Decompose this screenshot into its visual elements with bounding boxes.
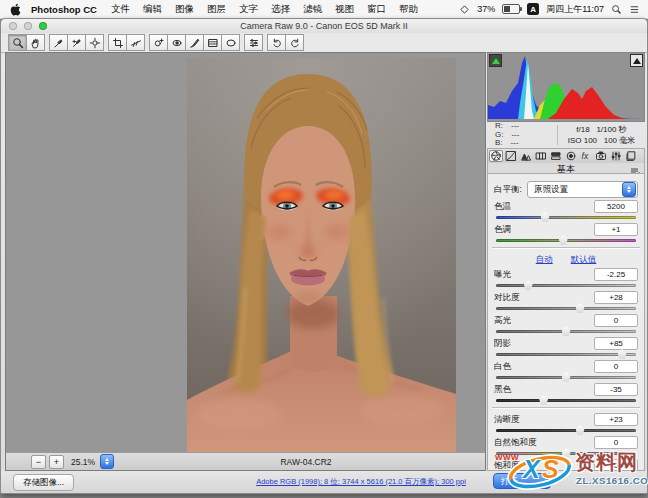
save-image-button[interactable]: 存储图像... bbox=[13, 474, 74, 491]
white-balance-select[interactable]: 原照设置 bbox=[527, 181, 638, 198]
slider-label-row: 白色0 bbox=[494, 360, 638, 373]
menubar-item[interactable]: 文字 bbox=[239, 3, 258, 16]
menubar-item[interactable]: 窗口 bbox=[367, 3, 386, 16]
menubar-item[interactable]: 图层 bbox=[207, 3, 226, 16]
preferences-tool[interactable] bbox=[244, 34, 263, 51]
slider-value-field[interactable]: -35 bbox=[594, 383, 638, 396]
input-method-icon[interactable]: A bbox=[527, 3, 539, 15]
svg-text:fx: fx bbox=[582, 151, 589, 161]
slider-label: 色调 bbox=[494, 224, 511, 236]
menubar-item[interactable]: 选择 bbox=[271, 3, 290, 16]
histogram[interactable] bbox=[487, 52, 645, 122]
slider-value-field[interactable]: +23 bbox=[594, 413, 638, 426]
slider-6: 白色0 bbox=[494, 360, 638, 379]
menubar-item[interactable]: 图像 bbox=[175, 3, 194, 16]
color-sampler-tool[interactable] bbox=[67, 34, 86, 51]
slider-knob[interactable] bbox=[541, 212, 550, 222]
rotate-right-tool[interactable] bbox=[285, 34, 304, 51]
default-link[interactable]: 默认值 bbox=[571, 254, 597, 266]
zoom-level: 25.1% bbox=[71, 457, 95, 467]
slider-value-field[interactable]: +1 bbox=[594, 223, 638, 236]
menu-clock[interactable]: 周四上午11:07 bbox=[546, 3, 604, 16]
highlight-clipping-indicator[interactable] bbox=[630, 54, 643, 67]
tab-detail[interactable] bbox=[519, 150, 533, 162]
slider-knob[interactable] bbox=[539, 395, 548, 405]
tab-presets[interactable] bbox=[609, 150, 623, 162]
shadow-clipping-indicator[interactable] bbox=[489, 54, 502, 67]
adjustment-brush-tool[interactable] bbox=[185, 34, 204, 51]
menubar-item[interactable]: 文件 bbox=[111, 3, 130, 16]
app-name[interactable]: Photoshop CC bbox=[31, 4, 97, 15]
white-balance-tool[interactable] bbox=[49, 34, 68, 51]
slider-track[interactable] bbox=[496, 239, 636, 242]
slider-value-field[interactable]: 0 bbox=[594, 436, 638, 449]
tab-effects[interactable]: fx bbox=[579, 150, 593, 162]
slider-track[interactable] bbox=[496, 330, 636, 333]
spot-removal-tool[interactable] bbox=[149, 34, 168, 51]
hand-tool[interactable] bbox=[26, 34, 45, 51]
adjustments-panel: R:---G:---B:--- f/18 1/100 秒 ISO 100 100… bbox=[487, 52, 645, 471]
tab-tone-curve[interactable] bbox=[504, 150, 518, 162]
radial-filter-tool[interactable] bbox=[221, 34, 240, 51]
menubar-item[interactable]: 视图 bbox=[335, 3, 354, 16]
notification-center-icon[interactable] bbox=[629, 4, 640, 15]
slider-value-field[interactable]: 0 bbox=[594, 360, 638, 373]
battery-icon[interactable] bbox=[502, 4, 520, 14]
menubar-item[interactable]: 滤镜 bbox=[303, 3, 322, 16]
slider-knob[interactable] bbox=[576, 425, 585, 435]
title-bar[interactable]: Camera Raw 9.0 - Canon EOS 5D Mark II bbox=[1, 19, 647, 33]
straighten-tool[interactable] bbox=[126, 34, 145, 51]
rotate-left-tool[interactable] bbox=[267, 34, 286, 51]
tab-hsl-grayscale[interactable] bbox=[534, 150, 548, 162]
zoom-in-button[interactable]: + bbox=[49, 455, 64, 469]
slider-knob[interactable] bbox=[524, 280, 533, 290]
tab-camera-calibration[interactable] bbox=[594, 150, 608, 162]
red-eye-tool[interactable] bbox=[167, 34, 186, 51]
photo-preview[interactable] bbox=[187, 58, 456, 452]
slider-track[interactable] bbox=[496, 284, 636, 287]
menubar-item[interactable]: 编辑 bbox=[143, 3, 162, 16]
rgb-row: R:--- bbox=[495, 122, 557, 131]
slider-track[interactable] bbox=[496, 353, 636, 356]
slider-value-field[interactable]: +28 bbox=[594, 291, 638, 304]
slider-value-field[interactable]: 0 bbox=[594, 314, 638, 327]
section-divider bbox=[492, 407, 640, 409]
slider-label-row: 自然饱和度0 bbox=[494, 436, 638, 449]
slider-knob[interactable] bbox=[576, 303, 585, 313]
spotlight-search-icon[interactable] bbox=[611, 4, 622, 15]
tab-basic[interactable] bbox=[489, 150, 503, 162]
zoom-out-button[interactable]: − bbox=[31, 455, 46, 469]
tab-snapshots[interactable] bbox=[624, 150, 638, 162]
auto-link[interactable]: 自动 bbox=[536, 254, 553, 266]
watermark-swoosh-icon bbox=[501, 451, 579, 493]
apple-menu-icon[interactable] bbox=[10, 3, 21, 16]
slider-value-field[interactable]: -2.25 bbox=[594, 268, 638, 281]
status-diamond-icon[interactable] bbox=[459, 4, 470, 15]
rgb-label: B: bbox=[495, 139, 503, 148]
slider-track[interactable] bbox=[496, 376, 636, 379]
slider-knob[interactable] bbox=[559, 235, 568, 245]
slider-value-field[interactable]: 5200 bbox=[594, 200, 638, 213]
slider-knob[interactable] bbox=[618, 349, 627, 359]
menu-status-area: 37% A 周四上午11:07 bbox=[459, 3, 648, 16]
targeted-adjustment-tool[interactable] bbox=[85, 34, 104, 51]
slider-track[interactable] bbox=[496, 429, 636, 432]
slider-track[interactable] bbox=[496, 399, 636, 402]
slider-knob[interactable] bbox=[562, 326, 571, 336]
workflow-options-link[interactable]: Adobe RGB (1998); 8 位; 3744 x 5616 (21.0… bbox=[226, 477, 496, 487]
graduated-filter-tool[interactable] bbox=[203, 34, 222, 51]
menubar-item[interactable]: 帮助 bbox=[399, 3, 418, 16]
slider-knob[interactable] bbox=[562, 372, 571, 382]
zoom-level-stepper[interactable] bbox=[100, 454, 114, 469]
zoom-tool[interactable] bbox=[8, 34, 27, 51]
slider-track[interactable] bbox=[496, 216, 636, 219]
tab-lens-corrections[interactable] bbox=[564, 150, 578, 162]
tab-split-toning[interactable] bbox=[549, 150, 563, 162]
preview-area[interactable]: − + 25.1% RAW-04.CR2 bbox=[5, 52, 486, 471]
slider-value-field[interactable]: +85 bbox=[594, 337, 638, 350]
crop-tool[interactable] bbox=[108, 34, 127, 51]
rgb-value: --- bbox=[511, 139, 519, 148]
slider-label: 色温 bbox=[494, 201, 511, 213]
watermark: WWW X S 资料网 ZL.XS1616.COM bbox=[495, 449, 647, 494]
slider-track[interactable] bbox=[496, 307, 636, 310]
